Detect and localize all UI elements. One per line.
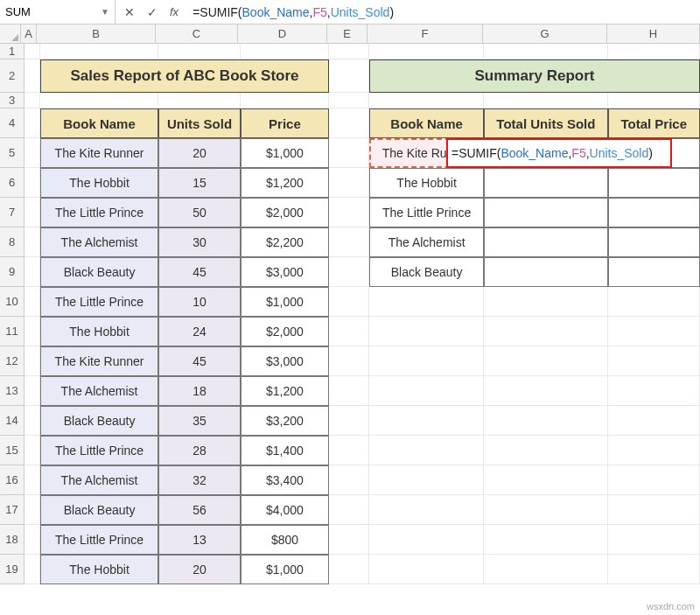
summary-cell-total-price[interactable] bbox=[608, 227, 700, 257]
table-cell-book[interactable]: The Little Prince bbox=[40, 198, 158, 227]
row-header[interactable]: 15 bbox=[0, 436, 24, 465]
table-cell-price[interactable]: $3,000 bbox=[241, 257, 329, 287]
row-header[interactable]: 16 bbox=[0, 465, 24, 495]
fx-icon[interactable]: fx bbox=[170, 5, 178, 18]
table-cell-units[interactable]: 56 bbox=[158, 495, 241, 525]
table-cell-units[interactable]: 13 bbox=[158, 525, 241, 555]
col-header[interactable]: E bbox=[327, 24, 368, 44]
table-cell-book[interactable]: The Hobbit bbox=[40, 168, 158, 198]
table-cell-price[interactable]: $1,200 bbox=[241, 376, 329, 406]
title-summary-report[interactable]: Summary Report bbox=[369, 59, 700, 93]
header-price[interactable]: Price bbox=[241, 108, 329, 138]
table-cell-units[interactable]: 35 bbox=[158, 406, 241, 436]
table-cell-units[interactable]: 30 bbox=[158, 227, 241, 257]
table-cell-units[interactable]: 50 bbox=[158, 198, 241, 227]
chevron-down-icon[interactable]: ▼ bbox=[101, 7, 109, 17]
table-cell-price[interactable]: $2,200 bbox=[241, 227, 329, 257]
row-header[interactable]: 19 bbox=[0, 555, 24, 584]
row-header[interactable]: 7 bbox=[0, 198, 24, 227]
col-header[interactable]: F bbox=[368, 24, 483, 44]
formula-input[interactable]: =SUMIF(Book_Name,F5,Units_Sold) bbox=[187, 0, 700, 24]
cell-editor[interactable]: =SUMIF(Book_Name,F5,Units_Sold) bbox=[446, 138, 672, 168]
name-box[interactable]: ▼ bbox=[0, 0, 116, 24]
header-units-sold[interactable]: Units Sold bbox=[158, 108, 241, 138]
table-cell-price[interactable]: $1,000 bbox=[241, 138, 329, 168]
table-cell-price[interactable]: $2,000 bbox=[241, 317, 329, 346]
summary-cell-total-units[interactable] bbox=[484, 198, 607, 227]
table-cell-book[interactable]: Black Beauty bbox=[40, 406, 158, 436]
table-cell-book[interactable]: The Little Prince bbox=[40, 436, 158, 465]
summary-cell-total-price[interactable] bbox=[608, 257, 700, 287]
table-cell-price[interactable]: $4,000 bbox=[241, 495, 329, 525]
row-header[interactable]: 5 bbox=[0, 138, 24, 168]
table-cell-price[interactable]: $3,200 bbox=[241, 406, 329, 436]
table-cell-price[interactable]: $3,000 bbox=[241, 346, 329, 376]
summary-cell-total-units[interactable] bbox=[484, 257, 607, 287]
header-total-units-sold[interactable]: Total Units Sold bbox=[484, 108, 607, 138]
table-cell-book[interactable]: The Alchemist bbox=[40, 465, 158, 495]
table-cell-price[interactable]: $2,000 bbox=[241, 198, 329, 227]
table-cell-price[interactable]: $3,400 bbox=[241, 465, 329, 495]
summary-cell-total-units[interactable] bbox=[484, 227, 607, 257]
table-cell-units[interactable]: 15 bbox=[158, 168, 241, 198]
table-cell-book[interactable]: The Hobbit bbox=[40, 555, 158, 584]
table-cell-book[interactable]: The Alchemist bbox=[40, 376, 158, 406]
row-header[interactable]: 10 bbox=[0, 287, 24, 317]
row-header[interactable]: 8 bbox=[0, 227, 24, 257]
table-cell-units[interactable]: 10 bbox=[158, 287, 241, 317]
row-header[interactable]: 18 bbox=[0, 525, 24, 555]
table-cell-book[interactable]: Black Beauty bbox=[40, 257, 158, 287]
header-book-name[interactable]: Book Name bbox=[40, 108, 158, 138]
row-header[interactable]: 9 bbox=[0, 257, 24, 287]
summary-cell-book[interactable]: Black Beauty bbox=[369, 257, 484, 287]
row-header[interactable]: 3 bbox=[0, 93, 24, 108]
table-cell-book[interactable]: Black Beauty bbox=[40, 495, 158, 525]
col-header[interactable]: G bbox=[483, 24, 607, 44]
row-header[interactable]: 4 bbox=[0, 108, 24, 138]
row-header[interactable]: 6 bbox=[0, 168, 24, 198]
cancel-icon[interactable]: ✕ bbox=[124, 5, 135, 19]
summary-cell-total-units[interactable] bbox=[484, 168, 607, 198]
summary-cell-book[interactable]: The Little Prince bbox=[369, 198, 484, 227]
col-header[interactable]: A bbox=[21, 24, 37, 44]
table-cell-units[interactable]: 45 bbox=[158, 346, 241, 376]
row-header[interactable]: 11 bbox=[0, 317, 24, 346]
table-cell-price[interactable]: $800 bbox=[241, 525, 329, 555]
cells-area[interactable]: Sales Report of ABC Book Store Summary R… bbox=[24, 44, 700, 584]
row-header[interactable]: 12 bbox=[0, 346, 24, 376]
summary-cell-book[interactable]: The Alchemist bbox=[369, 227, 484, 257]
header-total-price[interactable]: Total Price bbox=[608, 108, 700, 138]
title-sales-report[interactable]: Sales Report of ABC Book Store bbox=[40, 59, 329, 93]
table-cell-book[interactable]: The Little Prince bbox=[40, 287, 158, 317]
table-cell-units[interactable]: 18 bbox=[158, 376, 241, 406]
select-all-corner[interactable] bbox=[0, 24, 21, 44]
table-cell-book[interactable]: The Little Prince bbox=[40, 525, 158, 555]
table-cell-book[interactable]: The Hobbit bbox=[40, 317, 158, 346]
col-header[interactable]: C bbox=[156, 24, 238, 44]
name-box-input[interactable] bbox=[5, 5, 80, 18]
table-cell-units[interactable]: 20 bbox=[158, 138, 241, 168]
table-cell-price[interactable]: $1,000 bbox=[241, 287, 329, 317]
summary-cell-book[interactable]: The Hobbit bbox=[369, 168, 484, 198]
table-cell-units[interactable]: 24 bbox=[158, 317, 241, 346]
summary-cell-total-price[interactable] bbox=[608, 198, 700, 227]
header-book-name-summary[interactable]: Book Name bbox=[369, 108, 484, 138]
row-header[interactable]: 1 bbox=[0, 44, 24, 59]
table-cell-units[interactable]: 20 bbox=[158, 555, 241, 584]
row-header[interactable]: 17 bbox=[0, 495, 24, 525]
confirm-icon[interactable]: ✓ bbox=[147, 5, 158, 19]
table-cell-units[interactable]: 45 bbox=[158, 257, 241, 287]
row-header[interactable]: 2 bbox=[0, 59, 24, 93]
table-cell-price[interactable]: $1,400 bbox=[241, 436, 329, 465]
col-header[interactable]: B bbox=[37, 24, 156, 44]
table-cell-price[interactable]: $1,200 bbox=[241, 168, 329, 198]
row-header[interactable]: 13 bbox=[0, 376, 24, 406]
summary-cell-total-price[interactable] bbox=[608, 168, 700, 198]
table-cell-units[interactable]: 28 bbox=[158, 436, 241, 465]
col-header[interactable]: D bbox=[238, 24, 327, 44]
col-header[interactable]: H bbox=[607, 24, 700, 44]
row-header[interactable]: 14 bbox=[0, 406, 24, 436]
table-cell-book[interactable]: The Alchemist bbox=[40, 227, 158, 257]
table-cell-book[interactable]: The Kite Runner bbox=[40, 138, 158, 168]
table-cell-price[interactable]: $1,000 bbox=[241, 555, 329, 584]
